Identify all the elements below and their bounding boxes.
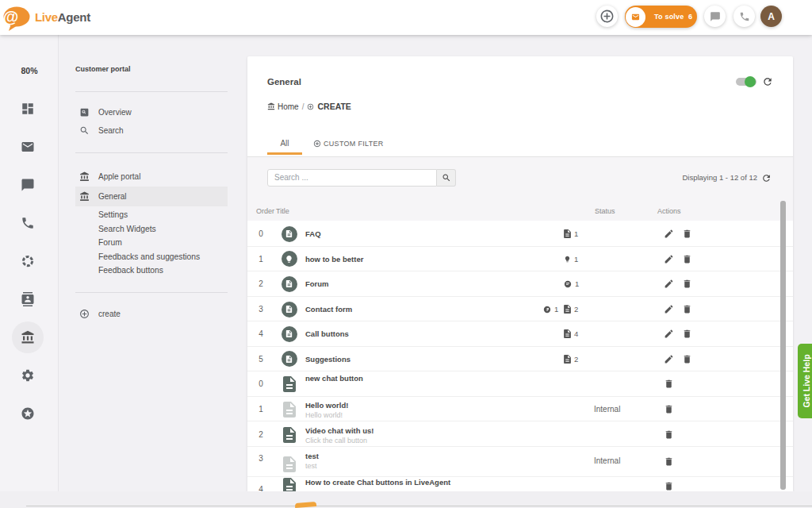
svg-text:LiveAgent: LiveAgent bbox=[35, 10, 90, 24]
svg-text:@: @ bbox=[3, 8, 19, 25]
